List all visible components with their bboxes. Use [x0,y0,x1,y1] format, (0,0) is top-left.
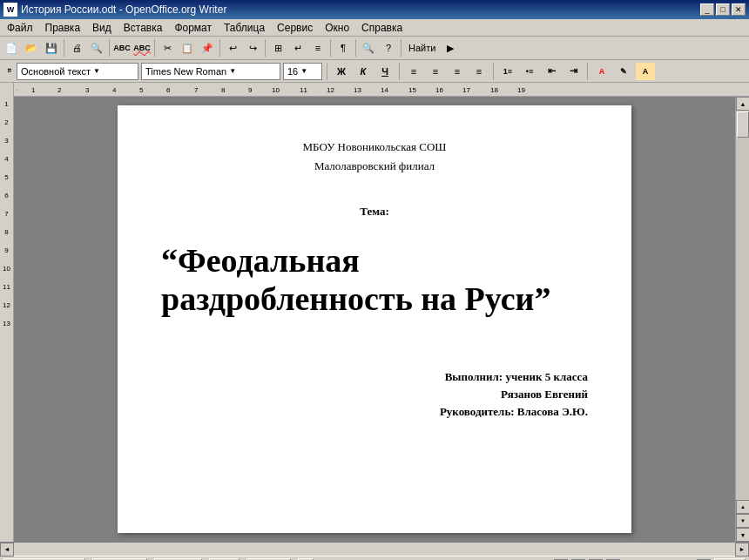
align-justify-button[interactable]: ≡ [469,63,489,80]
insert-button[interactable]: ↵ [288,38,307,57]
find-button[interactable]: Найти [404,38,440,57]
document-area[interactable]: МБОУ Новоникольская СОШ Малолавровский ф… [14,97,735,542]
undo-button[interactable]: ↩ [223,38,242,57]
spell-button[interactable]: ABC [112,38,132,57]
print-button[interactable]: 🖨 [67,38,86,57]
menu-file[interactable]: Файл [2,20,38,36]
menu-window[interactable]: Окно [320,20,354,36]
scroll-track[interactable] [736,111,749,500]
size-arrow: ▼ [300,67,307,75]
columns-button[interactable]: ≡ [308,38,327,57]
font-dropdown[interactable]: Times New Roman ▼ [141,63,280,80]
title-bar-left: W История России.odt - OpenOffice.org Wr… [3,3,226,17]
redo-button[interactable]: ↪ [243,38,262,57]
spacer-2 [161,222,588,235]
toolbar-sep-6 [330,39,331,57]
fmt-sep-3 [493,63,494,80]
ruler-corner [0,83,14,97]
underline-button[interactable]: Ч [375,63,395,80]
horizontal-ruler: · 1 2 3 4 5 6 7 8 9 10 11 12 13 14 15 16… [14,83,749,97]
fmt-sep-1 [327,63,327,80]
spacer-3 [161,335,588,370]
menu-table[interactable]: Таблица [219,20,270,36]
style-value: Основной текст [21,66,91,77]
scroll-thumb[interactable] [737,111,749,138]
toolbar-sep-2 [109,39,110,57]
menu-help[interactable]: Справка [356,20,408,36]
main-area: 1 2 3 4 5 6 7 8 9 10 11 12 13 МБОУ Новон… [0,97,749,542]
title-bar: W История России.odt - OpenOffice.org Wr… [0,0,749,19]
align-right-button[interactable]: ≡ [448,63,467,80]
document-page[interactable]: МБОУ Новоникольская СОШ Малолавровский ф… [118,105,631,533]
show-marks-button[interactable]: ¶ [334,38,353,57]
toolbar-sep-1 [64,39,64,57]
toolbar-sep-3 [154,39,155,57]
fmt-sep-2 [399,63,400,80]
indent-more-button[interactable]: ⇥ [563,63,583,80]
table-button[interactable]: ⊞ [268,38,287,57]
menu-format[interactable]: Формат [169,20,217,36]
open-button[interactable]: 📂 [22,38,41,57]
toolbar-standard: 📄 📂 💾 🖨 🔍 ABC ABC ✂ 📋 📌 ↩ ↪ ⊞ ↵ ≡ ¶ 🔍 ? … [0,37,749,59]
style-dropdown[interactable]: Основной текст ▼ [17,63,138,80]
scroll-up-button[interactable]: ▲ [736,97,749,111]
tema-label: Тема: [161,205,588,219]
highlight-button[interactable]: ✎ [614,63,633,80]
menu-view[interactable]: Вид [87,20,117,36]
window-controls[interactable]: _ □ ✕ [700,3,746,16]
scroll-left-button[interactable]: ◄ [0,543,14,557]
preview-button[interactable]: 🔍 [87,38,106,57]
style-drag-handle: ⠿ [3,63,14,80]
scroll-small-down[interactable]: ▼ [736,514,749,528]
author-label: Выполнил: ученик 5 класса [161,370,588,384]
menu-bar: Файл Правка Вид Вставка Формат Таблица С… [0,19,749,37]
horizontal-scrollbar[interactable]: ◄ ► [0,542,749,556]
list-bullet-button[interactable]: •≡ [520,63,539,80]
copy-button[interactable]: 📋 [178,38,197,57]
fmt-sep-4 [587,63,588,80]
menu-edit[interactable]: Правка [40,20,86,36]
app-icon: W [3,3,17,17]
scroll-small-up[interactable]: ▲ [736,500,749,514]
supervisor: Руководитель: Власова Э.Ю. [161,405,588,419]
zoom-in-button[interactable]: 🔍 [359,38,378,57]
close-button[interactable]: ✕ [732,3,746,16]
align-center-button[interactable]: ≡ [426,63,445,80]
branch-name: Малолавровский филиал [161,159,588,173]
scroll-down-button[interactable]: ▼ [736,528,749,542]
menu-tools[interactable]: Сервис [272,20,318,36]
school-name: МБОУ Новоникольская СОШ [161,140,588,154]
bold-button[interactable]: Ж [332,63,351,80]
toolbar-sep-7 [355,39,356,57]
font-value: Times New Roman [145,66,226,77]
save-button[interactable]: 💾 [42,38,61,57]
toolbar-sep-4 [219,39,220,57]
cut-button[interactable]: ✂ [158,38,177,57]
align-left-button[interactable]: ≡ [404,63,423,80]
size-dropdown[interactable]: 16 ▼ [283,63,322,80]
spell2-button[interactable]: ABC [132,38,152,57]
toolbar-sep-8 [401,39,401,57]
toolbars: 📄 📂 💾 🖨 🔍 ABC ABC ✂ 📋 📌 ↩ ↪ ⊞ ↵ ≡ ¶ 🔍 ? … [0,37,749,60]
format-bar: ⠿ Основной текст ▼ Times New Roman ▼ 16 … [0,60,749,83]
help-button[interactable]: ? [379,38,398,57]
style-arrow: ▼ [93,67,100,75]
paste-button[interactable]: 📌 [198,38,217,57]
menu-insert[interactable]: Вставка [118,20,168,36]
indent-less-button[interactable]: ⇤ [542,63,561,80]
new-button[interactable]: 📄 [2,38,21,57]
list-num-button[interactable]: 1≡ [498,63,517,80]
spacer-1 [161,179,588,205]
status-bar: Страница 1 / 10 Обычный Русский ВСТ СТАН… [0,556,749,560]
bg-color-button[interactable]: A [636,63,655,80]
scroll-right-button[interactable]: ► [735,543,749,557]
find-next-button[interactable]: ▶ [441,38,460,57]
vertical-ruler: 1 2 3 4 5 6 7 8 9 10 11 12 13 [0,97,14,542]
minimize-button[interactable]: _ [700,3,714,16]
font-color-button[interactable]: A [592,63,611,80]
italic-button[interactable]: К [354,63,373,80]
vertical-scrollbar[interactable]: ▲ ▲ ▼ ▼ [735,97,749,542]
toolbar-sep-5 [265,39,266,57]
document-title: “Феодальная раздробленность на Руси” [161,242,588,318]
maximize-button[interactable]: □ [716,3,730,16]
